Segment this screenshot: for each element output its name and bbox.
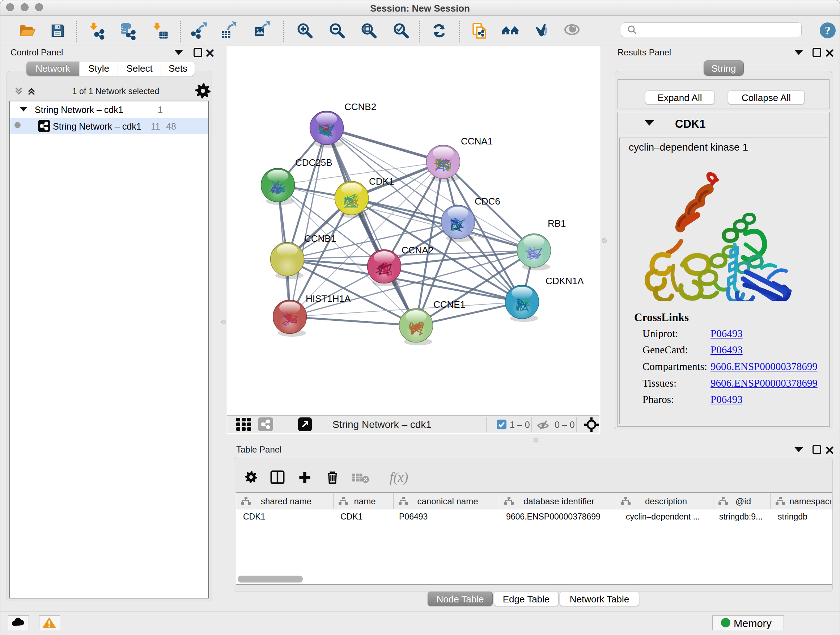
svg-text:CDC6: CDC6 (475, 196, 500, 207)
svg-text:RB1: RB1 (548, 218, 566, 229)
svg-text:CDKN1A: CDKN1A (546, 276, 584, 287)
svg-text:CCNA1: CCNA1 (461, 136, 493, 147)
svg-text:CCNB2: CCNB2 (344, 101, 376, 112)
svg-text:CCNA2: CCNA2 (401, 245, 433, 256)
svg-text:CCNE1: CCNE1 (433, 299, 465, 310)
svg-text:CDC25B: CDC25B (295, 157, 332, 168)
svg-text:HIST1H1A: HIST1H1A (306, 293, 351, 304)
svg-text:CCNB1: CCNB1 (304, 233, 336, 244)
svg-text:?: ? (825, 24, 831, 37)
svg-text:CDK1: CDK1 (369, 176, 394, 187)
